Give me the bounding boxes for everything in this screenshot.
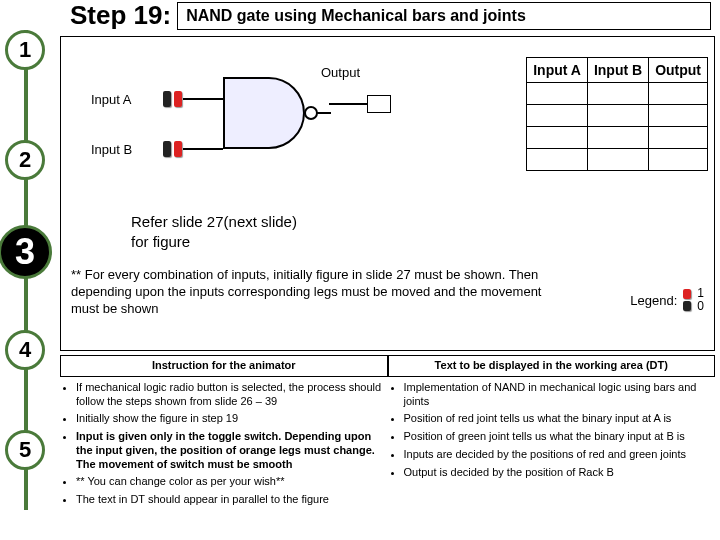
left-col-head: Instruction for the animator — [60, 355, 388, 377]
header: Step 19: NAND gate using Mechanical bars… — [60, 0, 715, 34]
led-b-black — [163, 141, 171, 157]
legend-led-0 — [683, 301, 691, 311]
legend-leds — [683, 289, 691, 311]
truth-table: Input A Input B Output — [526, 57, 708, 171]
th-input-b: Input B — [587, 58, 648, 83]
led-a-black — [163, 91, 171, 107]
title-box: NAND gate using Mechanical bars and join… — [177, 2, 711, 30]
th-output: Output — [649, 58, 708, 83]
svg-point-0 — [305, 107, 317, 119]
legend-values: 1 0 — [697, 287, 704, 313]
step-label: Step 19: — [60, 0, 177, 30]
list-item: Implementation of NAND in mechanical log… — [404, 381, 716, 409]
table-row — [527, 127, 708, 149]
table-head-row: Input A Input B Output — [527, 58, 708, 83]
output-box — [367, 95, 391, 113]
led-a-red — [174, 91, 182, 107]
list-item: Input is given only in the toggle switch… — [76, 430, 388, 471]
list-item: ** You can change color as per your wish… — [76, 475, 388, 489]
refer-line2: for figure — [131, 232, 297, 252]
nand-gate-icon — [219, 73, 339, 153]
list-item: Initially show the figure in step 19 — [76, 412, 388, 426]
list-item: The text in DT should appear in parallel… — [76, 493, 388, 507]
legend-val-0: 0 — [697, 300, 704, 313]
list-item: Position of green joint tells us what th… — [404, 430, 716, 444]
list-item: If mechanical logic radio button is sele… — [76, 381, 388, 409]
refer-note: Refer slide 27(next slide) for figure — [131, 212, 297, 251]
legend-led-1 — [683, 289, 691, 299]
step-4[interactable]: 4 — [5, 330, 45, 370]
right-col: Text to be displayed in the working area… — [388, 355, 716, 511]
combination-note: ** For every combination of inputs, init… — [71, 267, 571, 318]
input-a-label: Input A — [91, 92, 131, 107]
content: Step 19: NAND gate using Mechanical bars… — [60, 0, 715, 540]
step-5[interactable]: 5 — [5, 430, 45, 470]
list-item: Position of red joint tells us what the … — [404, 412, 716, 426]
upper-panel: Output Input A Input B Input A Input B O… — [60, 36, 715, 351]
wire-out — [329, 103, 367, 105]
input-b-label: Input B — [91, 142, 132, 157]
lower-panel: Instruction for the animator If mechanic… — [60, 355, 715, 511]
led-b-red — [174, 141, 182, 157]
refer-line1: Refer slide 27(next slide) — [131, 212, 297, 232]
table-row — [527, 149, 708, 171]
right-col-head: Text to be displayed in the working area… — [388, 355, 716, 377]
nand-diagram: Output Input A Input B — [71, 47, 431, 187]
step-1[interactable]: 1 — [5, 30, 45, 70]
list-item: Output is decided by the position of Rac… — [404, 466, 716, 480]
legend: Legend: 1 0 — [630, 287, 704, 313]
step-2[interactable]: 2 — [5, 140, 45, 180]
right-list: Implementation of NAND in mechanical log… — [388, 381, 716, 480]
left-list: If mechanical logic radio button is sele… — [60, 381, 388, 507]
step-3-active[interactable]: 3 — [0, 225, 52, 279]
list-item: Inputs are decided by the positions of r… — [404, 448, 716, 462]
th-input-a: Input A — [527, 58, 588, 83]
wire-a — [183, 98, 223, 100]
left-col: Instruction for the animator If mechanic… — [60, 355, 388, 511]
legend-label: Legend: — [630, 293, 677, 308]
table-row — [527, 83, 708, 105]
wire-b — [183, 148, 223, 150]
table-row — [527, 105, 708, 127]
step-rail: 1 2 3 4 5 — [0, 0, 50, 540]
